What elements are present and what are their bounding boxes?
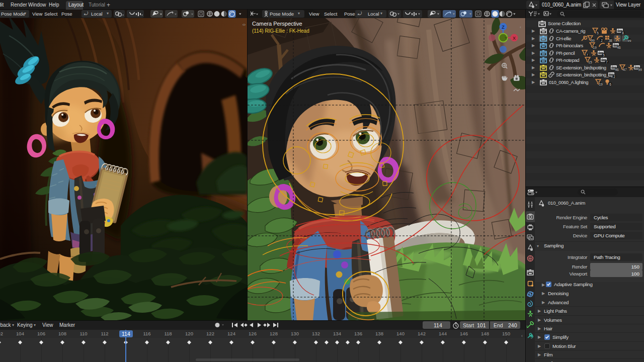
svg-text:6: 6: [609, 82, 611, 85]
svg-text:99: 99: [591, 38, 595, 42]
svg-text:46: 46: [615, 67, 619, 71]
svg-text:8: 8: [622, 31, 624, 35]
svg-text:2: 2: [613, 75, 615, 78]
svg-text:38: 38: [608, 38, 612, 42]
svg-text:7: 7: [606, 60, 608, 64]
svg-text:Z: Z: [502, 25, 505, 30]
svg-text:47: 47: [623, 67, 627, 71]
svg-text:Y: Y: [505, 36, 508, 41]
svg-text:7: 7: [586, 53, 588, 56]
svg-text:19: 19: [599, 82, 603, 85]
svg-text:19: 19: [593, 46, 597, 49]
svg-text:99: 99: [628, 38, 631, 42]
svg-text:5: 5: [597, 31, 599, 35]
svg-text:46: 46: [617, 46, 621, 49]
svg-text:99: 99: [638, 67, 642, 71]
svg-text:X: X: [513, 36, 516, 41]
svg-text:15: 15: [588, 60, 592, 64]
svg-text:5: 5: [603, 53, 605, 56]
svg-text:2: 2: [601, 38, 603, 42]
